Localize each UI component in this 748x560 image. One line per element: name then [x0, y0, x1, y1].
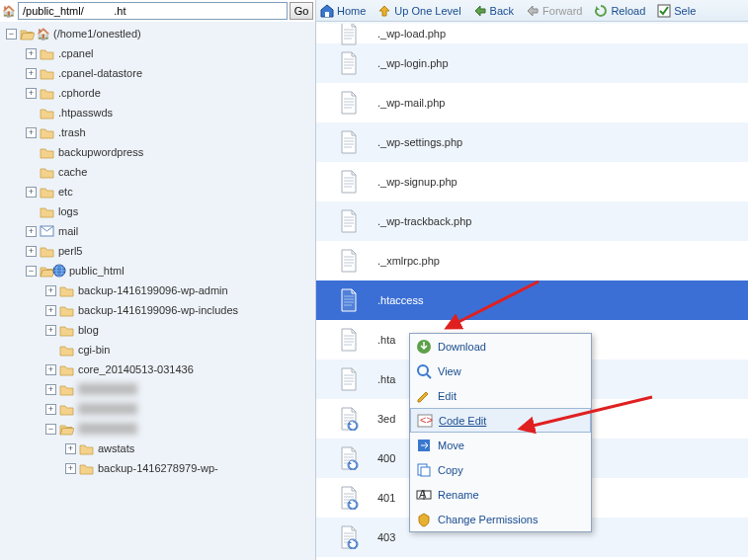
expander-icon[interactable]: −: [45, 424, 56, 435]
tree-node-label: .cpanel-datastore: [58, 67, 142, 79]
expander-icon[interactable]: +: [26, 226, 37, 237]
tree-root-node[interactable]: − 🏠 (/home1/onestled): [0, 24, 315, 43]
tree-node[interactable]: +perl5: [0, 241, 315, 261]
tree-node[interactable]: +mail: [0, 221, 315, 241]
up-level-button[interactable]: Up One Level: [377, 4, 460, 18]
expander-icon[interactable]: +: [26, 48, 37, 59]
ctx-item-label: Change Permissions: [438, 514, 539, 525]
tree-node[interactable]: +awstats: [0, 439, 315, 458]
file-icon: [339, 486, 359, 510]
tree-node[interactable]: .htpasswds: [0, 103, 315, 122]
path-input[interactable]: [18, 2, 288, 20]
tree-node[interactable]: +etc: [0, 182, 315, 201]
file-row[interactable]: ._wp-mail.php: [316, 83, 748, 122]
tree-node[interactable]: +backup-1416199096-wp-admin: [0, 280, 315, 300]
tree-node[interactable]: −: [0, 419, 315, 439]
home-icon: [320, 4, 334, 18]
expander-icon[interactable]: −: [6, 29, 17, 40]
globe-icon: [52, 264, 66, 278]
file-icon: [339, 91, 359, 115]
folder-open-icon: [20, 28, 35, 40]
tree-node[interactable]: +: [0, 399, 315, 419]
expander-icon[interactable]: +: [45, 384, 56, 395]
ctx-rename[interactable]: ARename: [410, 482, 591, 507]
file-row[interactable]: ._wp-trackback.php: [316, 201, 748, 241]
tree-node-label: [78, 383, 137, 395]
expander-icon[interactable]: +: [45, 404, 56, 415]
tree-node[interactable]: cache: [0, 162, 315, 182]
ctx-edit[interactable]: Edit: [410, 383, 591, 408]
tree-node[interactable]: −public_html: [0, 261, 315, 280]
up-icon: [377, 4, 391, 18]
tree-node[interactable]: +core_20140513-031436: [0, 360, 315, 379]
expander-icon[interactable]: +: [26, 68, 37, 79]
tree-node[interactable]: +.cpanel-datastore: [0, 63, 315, 83]
ctx-view[interactable]: View: [410, 359, 591, 383]
expander-icon[interactable]: +: [26, 88, 37, 99]
expander-icon[interactable]: +: [45, 325, 56, 336]
ctx-move[interactable]: Move: [410, 433, 591, 457]
tree-node[interactable]: backupwordpress: [0, 142, 315, 162]
expander-icon[interactable]: +: [26, 127, 37, 138]
file-icon: [339, 446, 359, 470]
folder-icon: [59, 383, 74, 396]
view-icon: [416, 363, 432, 379]
folder-icon: [40, 47, 54, 60]
expander-blank: [26, 108, 37, 119]
expander-icon[interactable]: +: [26, 246, 37, 257]
file-row[interactable]: ._xmlrpc.php: [316, 241, 748, 280]
select-all-button[interactable]: Sele: [657, 4, 696, 18]
expander-icon[interactable]: +: [26, 187, 37, 198]
folder-icon: [40, 67, 54, 80]
folder-icon: [59, 324, 74, 337]
tree-node[interactable]: cgi-bin: [0, 340, 315, 360]
expander-icon[interactable]: +: [45, 364, 56, 375]
folder-tree: − 🏠 (/home1/onestled) +.cpanel+.cpanel-d…: [0, 22, 316, 560]
tree-node-label: [78, 403, 137, 415]
ctx-download[interactable]: Download: [410, 334, 591, 359]
ctx-change-permissions[interactable]: Change Permissions: [410, 507, 591, 531]
file-row[interactable]: ._wp-login.php: [316, 43, 748, 83]
go-button[interactable]: Go: [290, 2, 313, 20]
folder-icon: [59, 403, 74, 416]
expander-icon[interactable]: −: [26, 266, 37, 277]
expander-icon[interactable]: +: [65, 443, 76, 454]
home-button[interactable]: Home: [320, 4, 366, 18]
tree-node[interactable]: +blog: [0, 320, 315, 340]
back-button[interactable]: Back: [473, 4, 514, 18]
folder-icon: [40, 166, 54, 179]
file-row[interactable]: .htaccess: [316, 280, 748, 320]
expander-icon[interactable]: +: [65, 463, 76, 474]
ctx-code-edit[interactable]: <>Code Edit: [410, 408, 591, 433]
tree-node[interactable]: +.cphorde: [0, 83, 315, 103]
tree-node-label: core_20140513-031436: [78, 363, 194, 375]
tree-node-label: etc: [58, 186, 73, 198]
file-name: .htaccess: [374, 294, 748, 306]
reload-button[interactable]: Reload: [594, 4, 645, 18]
forward-button[interactable]: Forward: [526, 4, 582, 18]
tree-node[interactable]: +.trash: [0, 122, 315, 142]
expander-icon[interactable]: +: [45, 305, 56, 316]
tree-node[interactable]: +backup-1416199096-wp-includes: [0, 300, 315, 320]
file-name: ._wp-mail.php: [374, 97, 748, 109]
code-icon: <>: [417, 413, 433, 429]
tree-node[interactable]: +: [0, 379, 315, 399]
file-name: ._wp-settings.php: [374, 136, 748, 148]
perm-icon: [416, 512, 432, 527]
file-row[interactable]: ._wp-load.php: [316, 24, 748, 43]
tree-node[interactable]: logs: [0, 201, 315, 221]
file-icon: [339, 24, 359, 45]
file-icon: [339, 288, 359, 312]
folder-icon: [59, 363, 74, 376]
folder-icon: [59, 284, 74, 297]
file-name: ._wp-trackback.php: [374, 215, 748, 227]
file-row[interactable]: ._wp-settings.php: [316, 122, 748, 162]
tree-node[interactable]: +.cpanel: [0, 43, 315, 63]
tree-node[interactable]: +backup-1416278979-wp-: [0, 458, 315, 478]
ctx-copy[interactable]: Copy: [410, 457, 591, 482]
file-row[interactable]: ._wp-signup.php: [316, 162, 748, 201]
copy-icon: [416, 462, 432, 478]
context-menu: DownloadViewEdit<>Code EditMoveCopyARena…: [409, 333, 592, 532]
check-icon: [657, 4, 671, 18]
expander-icon[interactable]: +: [45, 285, 56, 296]
